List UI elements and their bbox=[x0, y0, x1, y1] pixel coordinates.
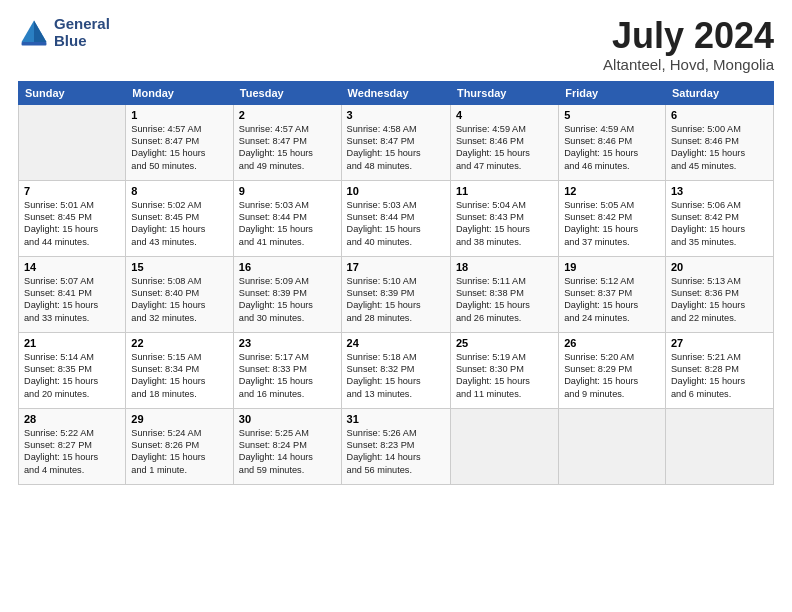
day-info: Sunrise: 5:11 AMSunset: 8:38 PMDaylight:… bbox=[456, 275, 553, 325]
calendar-cell: 18Sunrise: 5:11 AMSunset: 8:38 PMDayligh… bbox=[450, 256, 558, 332]
day-info: Sunrise: 5:07 AMSunset: 8:41 PMDaylight:… bbox=[24, 275, 120, 325]
svg-marker-1 bbox=[34, 20, 46, 41]
calendar-cell bbox=[559, 408, 666, 484]
header: General Blue July 2024 Altanteel, Hovd, … bbox=[18, 16, 774, 73]
day-info: Sunrise: 5:14 AMSunset: 8:35 PMDaylight:… bbox=[24, 351, 120, 401]
day-info: Sunrise: 5:18 AMSunset: 8:32 PMDaylight:… bbox=[347, 351, 445, 401]
main-title: July 2024 bbox=[603, 16, 774, 56]
day-info: Sunrise: 5:03 AMSunset: 8:44 PMDaylight:… bbox=[239, 199, 336, 249]
day-info: Sunrise: 5:03 AMSunset: 8:44 PMDaylight:… bbox=[347, 199, 445, 249]
calendar-cell: 25Sunrise: 5:19 AMSunset: 8:30 PMDayligh… bbox=[450, 332, 558, 408]
day-info: Sunrise: 5:06 AMSunset: 8:42 PMDaylight:… bbox=[671, 199, 768, 249]
day-number: 19 bbox=[564, 261, 660, 273]
day-info: Sunrise: 5:25 AMSunset: 8:24 PMDaylight:… bbox=[239, 427, 336, 477]
calendar-cell: 14Sunrise: 5:07 AMSunset: 8:41 PMDayligh… bbox=[19, 256, 126, 332]
day-number: 13 bbox=[671, 185, 768, 197]
day-info: Sunrise: 5:00 AMSunset: 8:46 PMDaylight:… bbox=[671, 123, 768, 173]
calendar-cell: 19Sunrise: 5:12 AMSunset: 8:37 PMDayligh… bbox=[559, 256, 666, 332]
header-day: Sunday bbox=[19, 81, 126, 104]
calendar-cell: 10Sunrise: 5:03 AMSunset: 8:44 PMDayligh… bbox=[341, 180, 450, 256]
day-number: 31 bbox=[347, 413, 445, 425]
calendar-cell: 29Sunrise: 5:24 AMSunset: 8:26 PMDayligh… bbox=[126, 408, 234, 484]
calendar-cell: 22Sunrise: 5:15 AMSunset: 8:34 PMDayligh… bbox=[126, 332, 234, 408]
calendar-cell: 27Sunrise: 5:21 AMSunset: 8:28 PMDayligh… bbox=[665, 332, 773, 408]
day-number: 20 bbox=[671, 261, 768, 273]
day-info: Sunrise: 5:21 AMSunset: 8:28 PMDaylight:… bbox=[671, 351, 768, 401]
calendar-cell: 24Sunrise: 5:18 AMSunset: 8:32 PMDayligh… bbox=[341, 332, 450, 408]
day-number: 6 bbox=[671, 109, 768, 121]
calendar-table: SundayMondayTuesdayWednesdayThursdayFrid… bbox=[18, 81, 774, 485]
day-info: Sunrise: 5:04 AMSunset: 8:43 PMDaylight:… bbox=[456, 199, 553, 249]
calendar-cell bbox=[450, 408, 558, 484]
day-info: Sunrise: 4:57 AMSunset: 8:47 PMDaylight:… bbox=[239, 123, 336, 173]
calendar-cell bbox=[665, 408, 773, 484]
calendar-cell: 12Sunrise: 5:05 AMSunset: 8:42 PMDayligh… bbox=[559, 180, 666, 256]
logo-icon bbox=[18, 17, 50, 49]
calendar-cell: 13Sunrise: 5:06 AMSunset: 8:42 PMDayligh… bbox=[665, 180, 773, 256]
calendar-cell: 31Sunrise: 5:26 AMSunset: 8:23 PMDayligh… bbox=[341, 408, 450, 484]
day-number: 2 bbox=[239, 109, 336, 121]
header-day: Tuesday bbox=[233, 81, 341, 104]
logo-line2: Blue bbox=[54, 32, 87, 49]
calendar-cell: 28Sunrise: 5:22 AMSunset: 8:27 PMDayligh… bbox=[19, 408, 126, 484]
day-info: Sunrise: 5:26 AMSunset: 8:23 PMDaylight:… bbox=[347, 427, 445, 477]
logo-line1: General bbox=[54, 15, 110, 32]
subtitle: Altanteel, Hovd, Mongolia bbox=[603, 56, 774, 73]
day-number: 24 bbox=[347, 337, 445, 349]
day-number: 15 bbox=[131, 261, 228, 273]
day-number: 9 bbox=[239, 185, 336, 197]
day-number: 16 bbox=[239, 261, 336, 273]
day-number: 28 bbox=[24, 413, 120, 425]
logo: General Blue bbox=[18, 16, 110, 49]
day-info: Sunrise: 5:22 AMSunset: 8:27 PMDaylight:… bbox=[24, 427, 120, 477]
header-day: Wednesday bbox=[341, 81, 450, 104]
header-day: Monday bbox=[126, 81, 234, 104]
day-number: 29 bbox=[131, 413, 228, 425]
day-number: 10 bbox=[347, 185, 445, 197]
day-info: Sunrise: 5:08 AMSunset: 8:40 PMDaylight:… bbox=[131, 275, 228, 325]
day-number: 12 bbox=[564, 185, 660, 197]
day-number: 21 bbox=[24, 337, 120, 349]
week-row: 1Sunrise: 4:57 AMSunset: 8:47 PMDaylight… bbox=[19, 104, 774, 180]
calendar-cell: 1Sunrise: 4:57 AMSunset: 8:47 PMDaylight… bbox=[126, 104, 234, 180]
day-number: 11 bbox=[456, 185, 553, 197]
day-info: Sunrise: 5:15 AMSunset: 8:34 PMDaylight:… bbox=[131, 351, 228, 401]
day-number: 5 bbox=[564, 109, 660, 121]
day-number: 18 bbox=[456, 261, 553, 273]
calendar-cell: 4Sunrise: 4:59 AMSunset: 8:46 PMDaylight… bbox=[450, 104, 558, 180]
day-number: 4 bbox=[456, 109, 553, 121]
svg-rect-2 bbox=[22, 41, 47, 45]
header-day: Saturday bbox=[665, 81, 773, 104]
calendar-cell: 7Sunrise: 5:01 AMSunset: 8:45 PMDaylight… bbox=[19, 180, 126, 256]
calendar-cell: 8Sunrise: 5:02 AMSunset: 8:45 PMDaylight… bbox=[126, 180, 234, 256]
calendar-cell: 23Sunrise: 5:17 AMSunset: 8:33 PMDayligh… bbox=[233, 332, 341, 408]
day-info: Sunrise: 5:17 AMSunset: 8:33 PMDaylight:… bbox=[239, 351, 336, 401]
calendar-cell: 6Sunrise: 5:00 AMSunset: 8:46 PMDaylight… bbox=[665, 104, 773, 180]
day-info: Sunrise: 5:01 AMSunset: 8:45 PMDaylight:… bbox=[24, 199, 120, 249]
calendar-cell: 21Sunrise: 5:14 AMSunset: 8:35 PMDayligh… bbox=[19, 332, 126, 408]
calendar-cell: 20Sunrise: 5:13 AMSunset: 8:36 PMDayligh… bbox=[665, 256, 773, 332]
day-info: Sunrise: 4:59 AMSunset: 8:46 PMDaylight:… bbox=[456, 123, 553, 173]
day-number: 25 bbox=[456, 337, 553, 349]
calendar-cell bbox=[19, 104, 126, 180]
header-day: Thursday bbox=[450, 81, 558, 104]
day-info: Sunrise: 4:59 AMSunset: 8:46 PMDaylight:… bbox=[564, 123, 660, 173]
day-info: Sunrise: 5:20 AMSunset: 8:29 PMDaylight:… bbox=[564, 351, 660, 401]
day-number: 30 bbox=[239, 413, 336, 425]
day-number: 23 bbox=[239, 337, 336, 349]
calendar-cell: 30Sunrise: 5:25 AMSunset: 8:24 PMDayligh… bbox=[233, 408, 341, 484]
calendar-cell: 15Sunrise: 5:08 AMSunset: 8:40 PMDayligh… bbox=[126, 256, 234, 332]
day-number: 22 bbox=[131, 337, 228, 349]
day-info: Sunrise: 5:19 AMSunset: 8:30 PMDaylight:… bbox=[456, 351, 553, 401]
day-info: Sunrise: 5:12 AMSunset: 8:37 PMDaylight:… bbox=[564, 275, 660, 325]
calendar-cell: 17Sunrise: 5:10 AMSunset: 8:39 PMDayligh… bbox=[341, 256, 450, 332]
day-number: 8 bbox=[131, 185, 228, 197]
day-info: Sunrise: 4:58 AMSunset: 8:47 PMDaylight:… bbox=[347, 123, 445, 173]
week-row: 14Sunrise: 5:07 AMSunset: 8:41 PMDayligh… bbox=[19, 256, 774, 332]
day-info: Sunrise: 5:24 AMSunset: 8:26 PMDaylight:… bbox=[131, 427, 228, 477]
week-row: 28Sunrise: 5:22 AMSunset: 8:27 PMDayligh… bbox=[19, 408, 774, 484]
page: General Blue July 2024 Altanteel, Hovd, … bbox=[0, 0, 792, 612]
logo-text: General Blue bbox=[54, 16, 110, 49]
day-number: 7 bbox=[24, 185, 120, 197]
day-number: 26 bbox=[564, 337, 660, 349]
